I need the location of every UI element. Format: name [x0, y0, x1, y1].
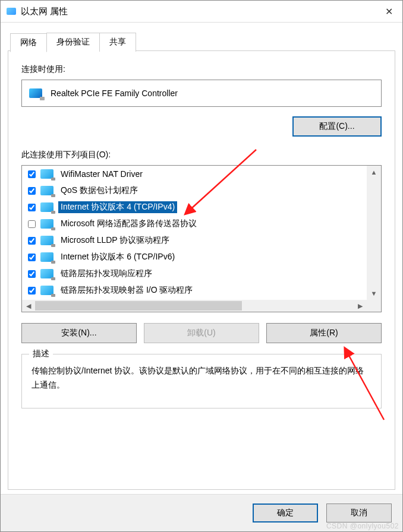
item-checkbox[interactable]: [28, 220, 36, 228]
list-item[interactable]: Microsoft 网络适配器多路传送器协议: [22, 216, 367, 232]
list-item[interactable]: Internet 协议版本 4 (TCP/IPv4): [22, 199, 367, 216]
items-label: 此连接使用下列项目(O):: [21, 150, 382, 160]
protocol-icon: [40, 236, 53, 245]
protocol-icon: [40, 286, 53, 295]
ok-button[interactable]: 确定: [253, 504, 318, 522]
client-area: 网络身份验证共享 连接时使用: Realtek PCIe FE Family C…: [1, 22, 402, 531]
adapter-box[interactable]: Realtek PCIe FE Family Controller: [21, 80, 382, 107]
item-label: QoS 数据包计划程序: [58, 185, 140, 197]
connect-using-label: 连接时使用:: [21, 64, 382, 75]
description-group: 描述 传输控制协议/Internet 协议。该协议是默认的广域网络协议，用于在不…: [21, 354, 382, 408]
hscroll-track[interactable]: [35, 300, 354, 312]
uninstall-button: 卸载(U): [144, 323, 259, 343]
adapter-name: Realtek PCIe FE Family Controller: [51, 88, 178, 98]
item-label: 链路层拓扑发现响应程序: [58, 268, 155, 280]
tab-strip: 网络身份验证共享: [10, 33, 136, 52]
vertical-scrollbar[interactable]: ▲ ▼: [367, 166, 381, 300]
tab-共享[interactable]: 共享: [99, 33, 136, 52]
item-label: Internet 协议版本 4 (TCP/IPv4): [58, 201, 177, 213]
item-checkbox[interactable]: [28, 287, 36, 294]
protocol-icon: [40, 269, 53, 278]
properties-button[interactable]: 属性(R): [266, 323, 382, 343]
install-button[interactable]: 安装(N)...: [21, 323, 137, 343]
description-text: 传输控制协议/Internet 协议。该协议是默认的广域网络协议，用于在不同的相…: [32, 364, 371, 392]
item-checkbox[interactable]: [28, 254, 36, 261]
description-legend: 描述: [29, 349, 53, 359]
list-item[interactable]: 链路层拓扑发现映射器 I/O 驱动程序: [22, 282, 367, 299]
titlebar: 以太网 属性 ✕: [1, 1, 402, 23]
scroll-up-icon[interactable]: ▲: [367, 166, 381, 179]
list-item[interactable]: Internet 协议版本 6 (TCP/IPv6): [22, 249, 367, 265]
list-item[interactable]: QoS 数据包计划程序: [22, 182, 367, 199]
items-listbox[interactable]: WifiMaster NAT DriverQoS 数据包计划程序Internet…: [21, 165, 382, 312]
watermark: CSDN @onlylyou502: [326, 522, 399, 530]
window-title: 以太网 属性: [21, 6, 375, 17]
list-item[interactable]: Microsoft LLDP 协议驱动程序: [22, 232, 367, 249]
item-checkbox[interactable]: [28, 204, 36, 211]
item-label: 链路层拓扑发现映射器 I/O 驱动程序: [58, 284, 195, 296]
protocol-icon: [40, 202, 53, 212]
scroll-down-icon[interactable]: ▼: [367, 287, 381, 300]
list-item[interactable]: 链路层拓扑发现响应程序: [22, 265, 367, 282]
protocol-icon: [40, 219, 53, 229]
item-label: Internet 协议版本 6 (TCP/IPv6): [58, 251, 177, 263]
list-item[interactable]: WifiMaster NAT Driver: [22, 166, 367, 182]
scroll-corner: [367, 300, 381, 312]
ethernet-properties-dialog: 以太网 属性 ✕ 网络身份验证共享 连接时使用: Realtek PCIe FE…: [0, 0, 403, 532]
scroll-left-icon[interactable]: ◀: [22, 300, 35, 312]
tab-网络[interactable]: 网络: [10, 33, 47, 52]
item-checkbox[interactable]: [28, 187, 36, 195]
close-button[interactable]: ✕: [375, 1, 402, 22]
scroll-right-icon[interactable]: ▶: [354, 300, 367, 312]
network-card-icon: [29, 88, 42, 98]
protocol-icon: [40, 186, 53, 195]
item-checkbox[interactable]: [28, 270, 36, 278]
tab-身份验证[interactable]: 身份验证: [46, 33, 100, 52]
item-label: Microsoft LLDP 协议驱动程序: [58, 235, 172, 246]
item-label: WifiMaster NAT Driver: [58, 169, 145, 179]
horizontal-scrollbar[interactable]: ◀ ▶: [22, 300, 367, 312]
protocol-icon: [40, 252, 53, 262]
item-checkbox[interactable]: [28, 237, 36, 245]
configure-button[interactable]: 配置(C)...: [292, 116, 382, 137]
hscroll-thumb[interactable]: [35, 301, 242, 311]
item-checkbox[interactable]: [28, 170, 36, 178]
item-label: Microsoft 网络适配器多路传送器协议: [58, 218, 199, 230]
cancel-button[interactable]: 取消: [326, 504, 392, 522]
network-adapter-icon: [7, 8, 16, 15]
protocol-icon: [40, 169, 53, 179]
tab-panel-network: 连接时使用: Realtek PCIe FE Family Controller…: [8, 50, 395, 490]
